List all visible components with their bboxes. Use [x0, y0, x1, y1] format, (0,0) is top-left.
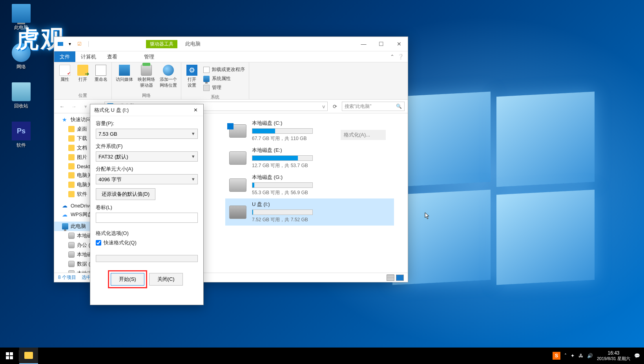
ribbon-manage[interactable]: 管理 [203, 84, 245, 91]
drive-i-usb[interactable]: U 盘 (I:) 7.52 GB 可用，共 7.52 GB [225, 198, 394, 226]
app-icon [57, 40, 64, 48]
format-dialog-title: 格式化 U 盘 (I:) [94, 107, 129, 114]
status-item-count: 8 个项目 [58, 274, 76, 281]
drive-c-bar [252, 128, 313, 134]
ribbon-group-system: 系统 [184, 93, 246, 100]
svg-rect-1 [10, 352, 13, 355]
address-dropdown-icon[interactable]: v [323, 104, 325, 109]
drive-g[interactable]: 本地磁盘 (G:) 55.3 GB 可用，共 56.9 GB [225, 171, 394, 198]
windows-logo [392, 94, 597, 282]
tray-action-icon[interactable]: ✦ [571, 353, 575, 359]
drive-tools-tab[interactable]: 驱动器工具 [146, 40, 177, 48]
format-close-action-button[interactable]: 关闭(C) [149, 273, 183, 286]
help-icon[interactable]: ❔ [398, 54, 404, 60]
ribbon-add-location[interactable]: 添加一个 网络位置 [158, 64, 179, 92]
filesystem-select[interactable]: FAT32 (默认) [96, 151, 198, 162]
minimize-button[interactable]: — [355, 38, 372, 50]
qat-separator: │ [85, 40, 93, 48]
taskbar[interactable]: S ˄ ✦ 🖧 🔊 16:43 2019/8/31 星期六 💬 [0, 348, 644, 364]
cursor-icon [425, 212, 430, 219]
volume-label: 卷标(L) [96, 204, 198, 211]
window-title: 此电脑 [185, 40, 201, 47]
refresh-button[interactable]: ⟳ [330, 102, 339, 111]
qat-dropdown-icon[interactable]: ▾ [66, 40, 74, 48]
taskbar-clock[interactable]: 16:43 2019/8/31 星期六 [597, 350, 630, 361]
system-tray: S ˄ ✦ 🖧 🔊 16:43 2019/8/31 星期六 💬 [549, 350, 644, 361]
ribbon-open[interactable]: ➜打开 [75, 64, 91, 92]
nav-back-button[interactable]: ← [57, 102, 67, 111]
search-input[interactable]: 搜索"此电脑" 🔍 [342, 102, 405, 111]
format-dialog: 格式化 U 盘 (I:) ✕ 容量(P): 7.53 GB 文件系统(F) FA… [90, 104, 204, 305]
svg-rect-0 [6, 352, 9, 355]
start-button[interactable] [0, 348, 19, 364]
desktop-icon-recyclebin[interactable]: 回收站 [5, 82, 37, 109]
close-button[interactable]: ✕ [390, 38, 408, 50]
ribbon-uninstall[interactable]: 卸载或更改程序 [203, 66, 245, 73]
ribbon-rename[interactable]: 重命名 [93, 64, 109, 92]
desktop-icon-software[interactable]: Ps软件 [5, 122, 37, 149]
tab-manage[interactable]: 管理 [139, 51, 160, 62]
svg-rect-3 [10, 356, 13, 359]
ribbon-sysprops[interactable]: 系统属性 [203, 75, 245, 82]
search-placeholder: 搜索"此电脑" [345, 103, 372, 110]
drive-e[interactable]: 本地磁盘 (E:) 12.7 GB 可用，共 53.7 GB [225, 144, 394, 171]
svg-rect-2 [6, 356, 9, 359]
tray-ime-icon[interactable]: S [553, 352, 560, 360]
restore-defaults-button[interactable]: 还原设备的默认值(D) [96, 188, 155, 200]
ribbon-group-location: 位置 [57, 92, 109, 98]
drive-i-bar [252, 209, 313, 215]
ribbon-tabs: 文件 计算机 查看 管理 ⌃ ❔ [54, 51, 408, 62]
format-progress-bar [96, 255, 198, 262]
tab-view[interactable]: 查看 [102, 51, 123, 62]
allocation-select[interactable]: 4096 字节 [96, 174, 198, 184]
tab-computer[interactable]: 计算机 [75, 51, 102, 62]
ribbon: ✔属性 ➜打开 重命名 位置 访问媒体 映射网络 驱动器 添加一个 网络位置 网… [54, 62, 408, 100]
explorer-titlebar[interactable]: ▾ ☑ │ 驱动器工具 此电脑 — ☐ ✕ [54, 37, 408, 51]
ribbon-media[interactable]: 访问媒体 [114, 64, 135, 92]
quick-format-input[interactable] [96, 240, 101, 246]
volume-input[interactable] [96, 213, 198, 223]
allocation-label: 分配单元大小(A) [96, 166, 198, 173]
ribbon-open-settings[interactable]: ⚙打开 设置 [184, 64, 200, 93]
format-start-button[interactable]: 开始(S) [111, 273, 144, 286]
context-menu-ghost: 格式化(A)... [341, 130, 386, 140]
view-details-icon[interactable] [387, 275, 394, 281]
ribbon-properties[interactable]: ✔属性 [57, 64, 73, 92]
nav-forward-button[interactable]: → [69, 102, 78, 111]
tab-file[interactable]: 文件 [54, 51, 75, 62]
minimize-ribbon-icon[interactable]: ⌃ [390, 54, 394, 60]
tray-notifications-icon[interactable]: 💬 [634, 353, 640, 359]
tray-network-icon[interactable]: 🖧 [578, 353, 583, 359]
search-icon: 🔍 [396, 104, 402, 109]
tray-volume-icon[interactable]: 🔊 [587, 353, 593, 359]
nav-recent-icon[interactable]: ▾ [81, 102, 90, 111]
qat-checkbox-icon[interactable]: ☑ [75, 40, 83, 48]
ribbon-map-drive[interactable]: 映射网络 驱动器 [136, 64, 157, 92]
quick-access-toolbar: ▾ ☑ │ [54, 40, 95, 48]
drive-e-bar [252, 155, 313, 161]
tray-chevron-up-icon[interactable]: ˄ [564, 353, 567, 359]
format-close-button[interactable]: ✕ [192, 106, 199, 114]
maximize-button[interactable]: ☐ [372, 38, 390, 50]
view-tiles-icon[interactable] [396, 275, 404, 281]
drive-g-bar [252, 182, 313, 188]
capacity-select[interactable]: 7.53 GB [96, 129, 198, 139]
format-options-label: 格式化选项(O) [96, 230, 198, 237]
taskbar-explorer[interactable] [19, 348, 38, 364]
ribbon-group-network: 网络 [114, 92, 179, 98]
quick-format-checkbox[interactable]: 快速格式化(Q) [96, 239, 198, 246]
filesystem-label: 文件系统(F) [96, 143, 198, 150]
capacity-label: 容量(P): [96, 120, 198, 127]
